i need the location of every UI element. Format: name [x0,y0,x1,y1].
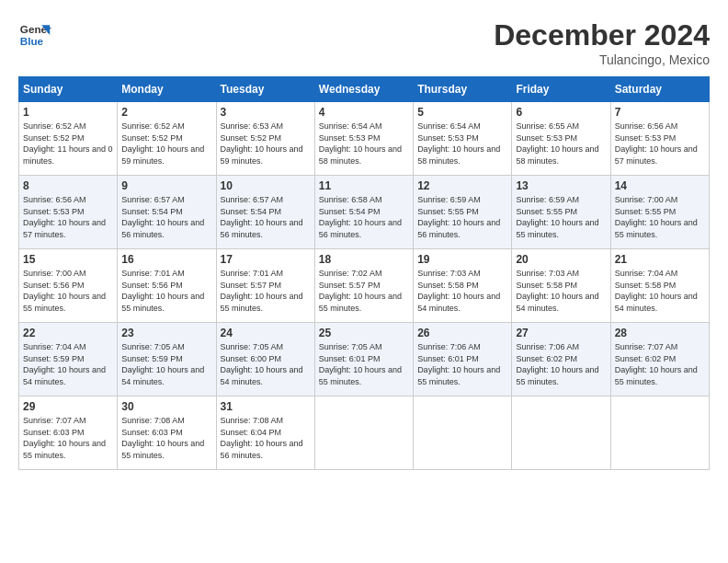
logo: General Blue [18,18,51,52]
day-number: 27 [516,327,606,339]
cell-sunday: 29 Sunrise: 7:07 AMSunset: 6:03 PMDaylig… [19,396,118,470]
day-number: 3 [221,106,311,119]
day-number: 5 [417,106,507,119]
day-info: Sunrise: 7:01 AMSunset: 5:56 PMDaylight:… [121,269,204,313]
day-info: Sunrise: 6:55 AMSunset: 5:53 PMDaylight:… [516,121,598,166]
header: General Blue December 2024 Tulancingo, M… [18,18,710,67]
cell-saturday [610,396,709,470]
cell-sunday: 1 Sunrise: 6:52 AMSunset: 5:52 PMDayligh… [19,102,118,176]
day-info: Sunrise: 6:53 AMSunset: 5:52 PMDaylight:… [221,121,303,166]
day-info: Sunrise: 7:05 AMSunset: 6:00 PMDaylight:… [221,342,303,386]
day-number: 12 [417,179,507,192]
day-number: 13 [516,179,606,192]
day-info: Sunrise: 7:06 AMSunset: 6:01 PMDaylight:… [417,342,500,386]
day-info: Sunrise: 7:03 AMSunset: 5:58 PMDaylight:… [417,269,500,313]
cell-saturday: 7 Sunrise: 6:56 AMSunset: 5:53 PMDayligh… [610,102,709,176]
col-saturday: Saturday [610,77,709,102]
day-number: 29 [23,400,113,413]
location-title: Tulancingo, Mexico [494,52,710,67]
day-info: Sunrise: 6:57 AMSunset: 5:54 PMDaylight:… [121,195,204,239]
day-info: Sunrise: 6:52 AMSunset: 5:52 PMDaylight:… [121,121,204,166]
cell-thursday: 12 Sunrise: 6:59 AMSunset: 5:55 PMDaylig… [414,176,512,249]
col-wednesday: Wednesday [314,77,413,102]
cell-wednesday: 18 Sunrise: 7:02 AMSunset: 5:57 PMDaylig… [314,249,413,323]
col-monday: Monday [118,77,216,102]
day-number: 28 [615,327,705,339]
day-info: Sunrise: 6:59 AMSunset: 5:55 PMDaylight:… [516,195,598,239]
day-number: 6 [516,106,606,119]
cell-monday: 2 Sunrise: 6:52 AMSunset: 5:52 PMDayligh… [118,102,216,176]
day-number: 21 [615,253,705,266]
day-number: 4 [319,106,409,119]
day-info: Sunrise: 7:05 AMSunset: 5:59 PMDaylight:… [121,342,204,386]
cell-wednesday [314,396,413,470]
day-info: Sunrise: 7:02 AMSunset: 5:57 PMDaylight:… [319,269,402,313]
day-info: Sunrise: 6:56 AMSunset: 5:53 PMDaylight:… [615,121,698,166]
cell-friday: 20 Sunrise: 7:03 AMSunset: 5:58 PMDaylig… [512,249,610,323]
day-info: Sunrise: 6:57 AMSunset: 5:54 PMDaylight:… [221,195,303,239]
cell-sunday: 15 Sunrise: 7:00 AMSunset: 5:56 PMDaylig… [19,249,118,323]
cell-saturday: 14 Sunrise: 7:00 AMSunset: 5:55 PMDaylig… [610,176,709,249]
day-info: Sunrise: 7:07 AMSunset: 6:03 PMDaylight:… [23,416,106,460]
day-info: Sunrise: 7:08 AMSunset: 6:04 PMDaylight:… [221,416,303,460]
cell-tuesday: 10 Sunrise: 6:57 AMSunset: 5:54 PMDaylig… [216,176,314,249]
day-number: 17 [221,253,311,266]
col-friday: Friday [512,77,610,102]
day-number: 1 [23,106,113,119]
cell-friday [512,396,610,470]
svg-text:Blue: Blue [20,35,44,47]
month-title: December 2024 [494,18,710,52]
calendar-table: Sunday Monday Tuesday Wednesday Thursday… [18,76,710,470]
day-info: Sunrise: 7:04 AMSunset: 5:59 PMDaylight:… [23,342,106,386]
col-sunday: Sunday [19,77,118,102]
cell-saturday: 28 Sunrise: 7:07 AMSunset: 6:02 PMDaylig… [610,323,709,396]
cell-tuesday: 31 Sunrise: 7:08 AMSunset: 6:04 PMDaylig… [216,396,314,470]
cell-tuesday: 17 Sunrise: 7:01 AMSunset: 5:57 PMDaylig… [216,249,314,323]
day-info: Sunrise: 6:59 AMSunset: 5:55 PMDaylight:… [417,195,500,239]
page-container: General Blue December 2024 Tulancingo, M… [18,18,710,470]
cell-monday: 30 Sunrise: 7:08 AMSunset: 6:03 PMDaylig… [118,396,216,470]
day-number: 2 [121,106,211,119]
cell-thursday: 26 Sunrise: 7:06 AMSunset: 6:01 PMDaylig… [414,323,512,396]
day-info: Sunrise: 6:52 AMSunset: 5:52 PMDaylight:… [23,121,113,166]
header-row: Sunday Monday Tuesday Wednesday Thursday… [19,77,710,102]
day-info: Sunrise: 7:05 AMSunset: 6:01 PMDaylight:… [319,342,402,386]
title-area: December 2024 Tulancingo, Mexico [494,18,710,67]
day-info: Sunrise: 6:56 AMSunset: 5:53 PMDaylight:… [23,195,106,239]
logo-icon: General Blue [18,18,51,52]
day-info: Sunrise: 7:00 AMSunset: 5:56 PMDaylight:… [23,269,106,313]
calendar-week-4: 22 Sunrise: 7:04 AMSunset: 5:59 PMDaylig… [19,323,710,396]
day-number: 31 [221,400,311,413]
cell-friday: 13 Sunrise: 6:59 AMSunset: 5:55 PMDaylig… [512,176,610,249]
day-info: Sunrise: 6:54 AMSunset: 5:53 PMDaylight:… [319,121,402,166]
cell-saturday: 21 Sunrise: 7:04 AMSunset: 5:58 PMDaylig… [610,249,709,323]
day-number: 14 [615,179,705,192]
cell-friday: 27 Sunrise: 7:06 AMSunset: 6:02 PMDaylig… [512,323,610,396]
cell-wednesday: 4 Sunrise: 6:54 AMSunset: 5:53 PMDayligh… [314,102,413,176]
day-number: 25 [319,327,409,339]
col-thursday: Thursday [414,77,512,102]
day-info: Sunrise: 7:08 AMSunset: 6:03 PMDaylight:… [121,416,204,460]
calendar-week-5: 29 Sunrise: 7:07 AMSunset: 6:03 PMDaylig… [19,396,710,470]
calendar-week-2: 8 Sunrise: 6:56 AMSunset: 5:53 PMDayligh… [19,176,710,249]
day-info: Sunrise: 7:01 AMSunset: 5:57 PMDaylight:… [221,269,303,313]
day-number: 15 [23,253,113,266]
col-tuesday: Tuesday [216,77,314,102]
day-number: 20 [516,253,606,266]
cell-wednesday: 11 Sunrise: 6:58 AMSunset: 5:54 PMDaylig… [314,176,413,249]
cell-monday: 9 Sunrise: 6:57 AMSunset: 5:54 PMDayligh… [118,176,216,249]
cell-monday: 16 Sunrise: 7:01 AMSunset: 5:56 PMDaylig… [118,249,216,323]
day-number: 24 [221,327,311,339]
calendar-week-3: 15 Sunrise: 7:00 AMSunset: 5:56 PMDaylig… [19,249,710,323]
cell-friday: 6 Sunrise: 6:55 AMSunset: 5:53 PMDayligh… [512,102,610,176]
cell-tuesday: 24 Sunrise: 7:05 AMSunset: 6:00 PMDaylig… [216,323,314,396]
day-number: 19 [417,253,507,266]
calendar-week-1: 1 Sunrise: 6:52 AMSunset: 5:52 PMDayligh… [19,102,710,176]
cell-sunday: 8 Sunrise: 6:56 AMSunset: 5:53 PMDayligh… [19,176,118,249]
day-number: 16 [121,253,211,266]
day-info: Sunrise: 7:04 AMSunset: 5:58 PMDaylight:… [615,269,698,313]
cell-thursday: 5 Sunrise: 6:54 AMSunset: 5:53 PMDayligh… [414,102,512,176]
day-info: Sunrise: 7:03 AMSunset: 5:58 PMDaylight:… [516,269,598,313]
day-info: Sunrise: 6:54 AMSunset: 5:53 PMDaylight:… [417,121,500,166]
day-number: 22 [23,327,113,339]
